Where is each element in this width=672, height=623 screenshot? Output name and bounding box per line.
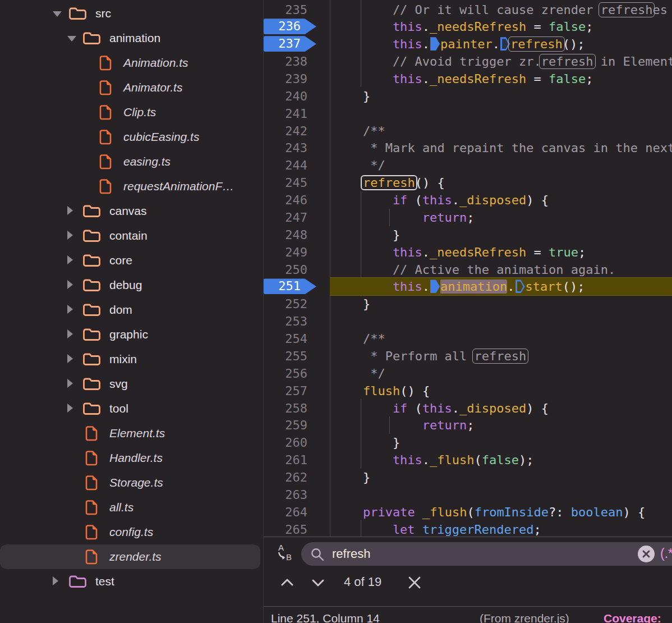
code-line-content[interactable]: flush() { <box>330 382 672 400</box>
tree-folder-core[interactable]: core <box>0 248 260 273</box>
tree-file-clip-ts[interactable]: Clip.ts <box>0 100 260 125</box>
code-line-content[interactable]: /** <box>330 122 672 140</box>
tree-folder-contain[interactable]: contain <box>0 223 260 248</box>
line-number[interactable]: 261 <box>264 451 307 469</box>
tree-file-element-ts[interactable]: Element.ts <box>0 421 260 446</box>
code-line-content[interactable]: } <box>330 434 672 451</box>
code-line-content[interactable]: } <box>330 469 672 486</box>
code-line-content[interactable]: return; <box>330 209 672 226</box>
chevron-right-icon[interactable] <box>67 280 73 289</box>
tree-file-storage-ts[interactable]: Storage.ts <box>0 470 260 495</box>
tree-file-cubiceasing-ts[interactable]: cubicEasing.ts <box>0 125 260 149</box>
chevron-right-icon[interactable] <box>67 379 73 388</box>
tree-folder-svg[interactable]: svg <box>0 372 260 396</box>
tree-folder-dom[interactable]: dom <box>0 297 260 322</box>
line-number[interactable]: 245 <box>264 174 307 191</box>
tree-file-config-ts[interactable]: config.ts <box>0 520 260 544</box>
regex-toggle-button[interactable]: (.* <box>660 546 672 561</box>
tree-folder-test[interactable]: test <box>0 569 260 594</box>
chevron-right-icon[interactable] <box>67 404 73 413</box>
line-number[interactable]: 252 <box>264 295 307 313</box>
line-number[interactable]: 235 <box>264 1 307 19</box>
close-find-bar-button[interactable] <box>407 575 424 590</box>
clear-search-button[interactable] <box>638 546 655 562</box>
tree-file-animation-ts[interactable]: Animation.ts <box>0 51 260 75</box>
tree-folder-animation[interactable]: animation <box>0 26 260 51</box>
code-line-content[interactable]: if (this._disposed) { <box>330 191 672 209</box>
replace-toggle-button[interactable]: A B <box>273 542 295 564</box>
code-line-content[interactable]: private _flush(fromInside?: boolean) { <box>330 503 672 521</box>
line-number[interactable]: 262 <box>264 469 307 486</box>
inline-breakpoint-marker[interactable] <box>430 37 440 51</box>
line-number[interactable]: 259 <box>264 416 307 434</box>
code-line-content[interactable]: this.animation.start(); <box>330 278 672 295</box>
search-input[interactable]: refresh (.* <box>301 542 672 566</box>
chevron-right-icon[interactable] <box>53 576 58 585</box>
tree-folder-mixin[interactable]: mixin <box>0 347 260 372</box>
line-number[interactable]: 257 <box>264 382 307 400</box>
code-line-content[interactable]: this._needsRefresh = false; <box>330 70 672 88</box>
line-number[interactable]: 260 <box>264 434 307 451</box>
search-query-text[interactable]: refresh <box>332 547 370 561</box>
line-number[interactable]: 263 <box>264 486 307 503</box>
next-match-button[interactable] <box>310 575 327 590</box>
breakpoint-badge[interactable]: 236 <box>264 19 316 34</box>
tree-folder-debug[interactable]: debug <box>0 273 260 297</box>
code-line-content[interactable]: * Mark and repaint the canvas in the nex… <box>330 139 672 157</box>
line-number[interactable]: 243 <box>264 139 307 157</box>
code-line-content[interactable]: this._flush(false); <box>330 451 672 469</box>
chevron-down-icon[interactable] <box>53 11 62 17</box>
code-line-content[interactable]: } <box>330 226 672 244</box>
tree-folder-canvas[interactable]: canvas <box>0 199 260 223</box>
tree-file-zrender-ts[interactable]: zrender.ts <box>0 544 260 569</box>
code-line-content[interactable]: } <box>330 88 672 105</box>
line-number[interactable]: 264 <box>264 503 307 521</box>
coverage-label[interactable]: Coverage: <box>604 612 661 623</box>
chevron-right-icon[interactable] <box>67 329 73 338</box>
breakpoint-badge[interactable]: 237 <box>264 36 316 52</box>
inline-breakpoint-marker[interactable] <box>515 280 525 293</box>
line-number[interactable]: 249 <box>264 244 307 261</box>
chevron-right-icon[interactable] <box>67 305 73 314</box>
inline-breakpoint-marker[interactable] <box>430 280 440 293</box>
line-number[interactable]: 242 <box>264 122 307 140</box>
line-number[interactable]: 241 <box>264 105 307 122</box>
code-line-content[interactable]: // Active the animation again. <box>330 261 672 278</box>
previous-match-button[interactable] <box>279 575 296 590</box>
code-line-content[interactable]: // Avoid trigger zr.refresh in Element <box>330 53 672 70</box>
line-number[interactable]: 265 <box>264 521 307 537</box>
line-number[interactable]: 254 <box>264 330 307 347</box>
chevron-right-icon[interactable] <box>67 354 73 363</box>
tree-folder-src[interactable]: src <box>0 1 260 26</box>
code-editor[interactable]: 235// Or it will cause zrender refreshes… <box>264 0 672 537</box>
tree-file-requestanimationf-[interactable]: requestAnimationF… <box>0 174 260 199</box>
code-line-content[interactable]: this._needsRefresh = false; <box>330 18 672 35</box>
line-number[interactable]: 238 <box>264 53 307 70</box>
line-number[interactable]: 246 <box>264 191 307 209</box>
code-line-content[interactable]: if (this._disposed) { <box>330 400 672 417</box>
code-line-content[interactable]: let triggerRendered; <box>330 521 672 537</box>
chevron-down-icon[interactable] <box>67 36 76 42</box>
line-number[interactable]: 244 <box>264 157 307 174</box>
line-number[interactable]: 258 <box>264 400 307 417</box>
tree-file-easing-ts[interactable]: easing.ts <box>0 149 260 174</box>
line-number[interactable]: 255 <box>264 347 307 365</box>
line-number[interactable]: 248 <box>264 226 307 244</box>
line-number[interactable]: 256 <box>264 365 307 382</box>
line-number[interactable]: 240 <box>264 88 307 105</box>
code-line-content[interactable]: } <box>330 295 672 313</box>
code-line-content[interactable]: return; <box>330 416 672 434</box>
chevron-right-icon[interactable] <box>67 206 73 215</box>
line-number[interactable]: 253 <box>264 313 307 330</box>
code-line-content[interactable]: refresh() { <box>330 174 672 191</box>
tree-file-all-ts[interactable]: all.ts <box>0 495 260 520</box>
code-line-content[interactable]: /** <box>330 330 672 347</box>
code-line-content[interactable]: this._needsRefresh = true; <box>330 244 672 261</box>
code-line-content[interactable]: */ <box>330 365 672 382</box>
line-number[interactable]: 247 <box>264 209 307 226</box>
line-number[interactable]: 250 <box>264 261 307 278</box>
line-number[interactable]: 239 <box>264 70 307 88</box>
tree-file-handler-ts[interactable]: Handler.ts <box>0 446 260 470</box>
code-line-content[interactable]: // Or it will cause zrender refreshes <box>330 1 672 19</box>
chevron-right-icon[interactable] <box>67 231 73 240</box>
